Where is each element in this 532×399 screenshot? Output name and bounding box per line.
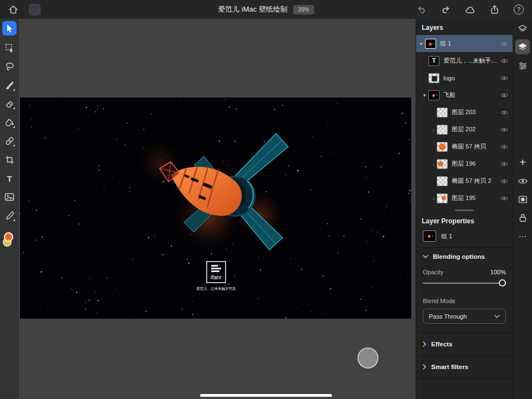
crop-tool[interactable] <box>2 152 17 167</box>
mask-icon <box>518 196 527 203</box>
layer-name: 椭圆 57 拷贝 <box>452 142 500 151</box>
artwork-scene: ifanr 爱范儿，让未来触手可及 <box>20 98 411 319</box>
move-cursor-icon <box>6 24 14 33</box>
clipping-mask-icon: ↓ <box>431 161 437 167</box>
app-icon <box>29 4 40 16</box>
eye-icon[interactable] <box>500 58 508 64</box>
chevron-right-icon <box>423 341 426 347</box>
document-title: 爱范儿 iMac 壁纸绘制 <box>218 4 288 14</box>
lasso-icon <box>5 62 14 71</box>
help-button[interactable]: ? <box>512 3 525 16</box>
home-icon <box>8 5 18 14</box>
layer-row[interactable]: 图层 203 <box>416 104 513 121</box>
opacity-slider[interactable] <box>423 279 506 288</box>
layers-panel: Layers ▾ 组 1 爱范儿，...来触手可及 logo <box>416 19 513 399</box>
panel-resize-handle[interactable] <box>455 209 474 211</box>
layer-thumbnail <box>437 176 448 186</box>
blend-mode-dropdown[interactable]: Pass Through <box>423 309 506 324</box>
home-indicator[interactable] <box>200 394 332 397</box>
artwork-caption: 爱范儿，让未来触手可及 <box>196 287 236 291</box>
move-tool[interactable] <box>2 21 17 35</box>
zoom-badge: 39% <box>293 5 314 14</box>
layer-row-ship-group[interactable]: ▾ 飞船 <box>416 86 513 104</box>
layer-row[interactable]: ↓ 图层 202 <box>416 121 513 138</box>
eye-icon[interactable] <box>500 178 508 184</box>
layer-row[interactable]: ↓ 图层 196 <box>416 155 513 172</box>
cloud-sync-button[interactable] <box>463 3 477 16</box>
lasso-tool[interactable] <box>2 59 17 74</box>
smart-filters-section-toggle[interactable]: Smart filters <box>416 356 513 378</box>
layer-thumbnail <box>437 108 448 117</box>
slider-track[interactable] <box>423 283 506 284</box>
type-icon: T <box>7 174 12 183</box>
eye-icon[interactable] <box>500 144 508 150</box>
blending-options-toggle[interactable]: Blending options <box>423 253 506 260</box>
eye-icon[interactable] <box>500 196 508 201</box>
layer-name: logo <box>443 75 500 81</box>
effects-section-toggle[interactable]: Effects <box>416 333 513 355</box>
layer-name: 椭圆 57 拷贝 2 <box>452 177 500 185</box>
layer-name: 图层 195 <box>452 194 500 202</box>
eye-icon[interactable] <box>500 127 508 132</box>
touch-shortcut-button[interactable] <box>357 347 378 369</box>
crop-icon <box>5 155 14 165</box>
layer-row-logo[interactable]: logo <box>416 69 513 86</box>
add-layer-button[interactable]: + <box>515 155 530 170</box>
layer-row-text[interactable]: 爱范儿，...来触手可及 <box>416 52 513 69</box>
layer-row-group1[interactable]: ▾ 组 1 <box>416 35 513 52</box>
home-button[interactable] <box>7 3 20 16</box>
slider-knob[interactable] <box>499 279 506 287</box>
eraser-tool[interactable] <box>2 96 17 111</box>
eye-icon[interactable] <box>500 75 508 81</box>
layers-panel-toggle[interactable] <box>515 21 530 36</box>
brush-tool[interactable] <box>2 78 17 93</box>
chevron-down-icon[interactable]: ▾ <box>421 93 428 98</box>
layer-row[interactable]: 椭圆 57 拷贝 <box>416 138 513 155</box>
transform-tool[interactable] <box>2 40 17 55</box>
eye-icon[interactable] <box>500 161 508 167</box>
eyedropper-tool[interactable] <box>2 208 17 223</box>
opacity-label: Opacity <box>423 269 443 275</box>
color-swatch[interactable] <box>3 232 16 249</box>
layer-row[interactable]: ↓ 图层 195 <box>416 190 513 207</box>
eye-icon[interactable] <box>500 110 508 115</box>
type-tool[interactable]: T <box>2 171 17 186</box>
layer-name: 图层 203 <box>452 108 500 116</box>
foreground-color[interactable] <box>4 232 13 242</box>
layer-visibility-button[interactable] <box>515 173 530 188</box>
layer-mask-button[interactable] <box>515 192 530 207</box>
app-menu-button[interactable] <box>28 3 41 16</box>
redo-button[interactable] <box>439 3 452 16</box>
right-rail: + ⋯ <box>513 19 532 399</box>
layer-thumbnail <box>437 193 448 203</box>
chevron-down-icon[interactable]: ▾ <box>417 41 425 47</box>
healing-brush-icon <box>5 136 14 146</box>
share-icon <box>490 5 499 14</box>
export-button[interactable] <box>488 3 501 16</box>
properties-layer-item: 组 1 <box>416 228 513 247</box>
eye-icon[interactable] <box>500 41 508 47</box>
layer-row[interactable]: 椭圆 57 拷贝 2 <box>416 172 513 190</box>
layer-thumbnail <box>428 90 439 100</box>
layer-thumbnail <box>425 39 436 49</box>
place-image-tool[interactable] <box>2 190 17 204</box>
document-canvas[interactable]: ifanr 爱范儿，让未来触手可及 <box>20 98 411 319</box>
canvas-area[interactable]: ifanr 爱范儿，让未来触手可及 <box>19 19 416 399</box>
cloud-icon <box>465 6 475 14</box>
paint-bucket-icon <box>5 118 14 127</box>
adjustments-panel-toggle[interactable] <box>515 58 530 73</box>
layers-icon <box>518 24 528 33</box>
undo-button[interactable] <box>415 3 428 16</box>
fill-tool[interactable] <box>2 115 17 130</box>
layer-thumbnail <box>428 56 439 66</box>
layer-properties-toggle[interactable] <box>515 39 530 54</box>
layer-list: ▾ 组 1 爱范儿，...来触手可及 logo ▾ <box>416 35 513 207</box>
lock-layer-button[interactable] <box>515 210 530 225</box>
more-options-button[interactable]: ⋯ <box>515 229 530 244</box>
layer-thumbnail <box>423 231 436 242</box>
eye-icon[interactable] <box>500 93 508 98</box>
layer-name: 飞船 <box>443 91 500 99</box>
healing-tool[interactable] <box>2 134 17 148</box>
properties-layer-name: 组 1 <box>441 232 452 241</box>
transform-icon <box>5 43 14 53</box>
